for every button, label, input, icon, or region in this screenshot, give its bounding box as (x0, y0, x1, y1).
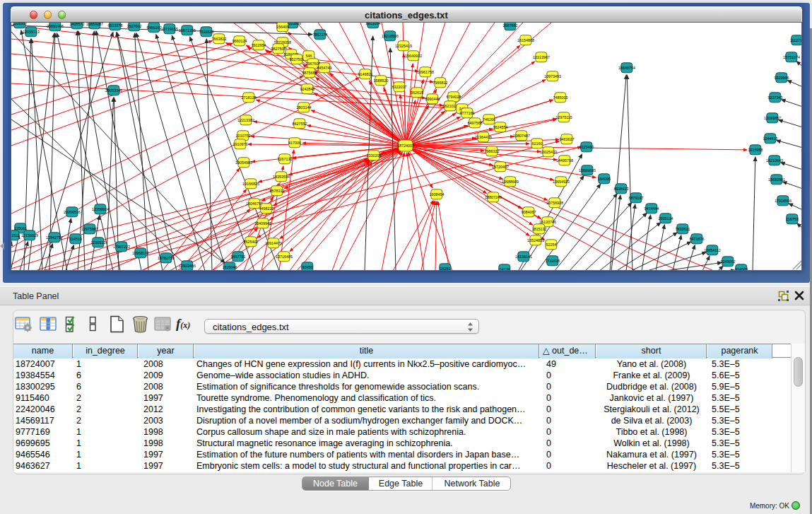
svg-text:10973493: 10973493 (544, 74, 561, 78)
svg-text:10807487: 10807487 (513, 134, 530, 138)
svg-text:12325419: 12325419 (395, 44, 412, 48)
svg-text:17957223: 17957223 (113, 245, 130, 249)
svg-text:135061: 135061 (14, 226, 27, 230)
svg-text:15640910: 15640910 (405, 54, 422, 58)
svg-text:1588520: 1588520 (374, 78, 389, 83)
svg-text:1733426: 1733426 (546, 259, 560, 263)
svg-text:12359924: 12359924 (92, 207, 109, 211)
svg-text:6466160: 6466160 (147, 25, 162, 30)
svg-text:8471676: 8471676 (690, 237, 705, 241)
svg-text:116753: 116753 (786, 217, 799, 221)
svg-text:8578312: 8578312 (270, 189, 285, 193)
svg-text:9242848: 9242848 (300, 87, 315, 91)
svg-text:8454749: 8454749 (317, 66, 332, 70)
svg-text:10654112: 10654112 (704, 248, 721, 252)
svg-text:15720407: 15720407 (492, 165, 509, 169)
svg-text:2718126: 2718126 (242, 95, 257, 100)
svg-text:2935134: 2935134 (659, 216, 673, 221)
svg-text:3912954: 3912954 (252, 43, 266, 47)
svg-text:7632621: 7632621 (676, 227, 690, 231)
svg-text:1244415: 1244415 (763, 136, 778, 141)
svg-text:924505: 924505 (735, 267, 748, 270)
svg-text:1010753: 1010753 (236, 134, 251, 138)
svg-text:62160: 62160 (532, 141, 543, 146)
svg-text:6513278: 6513278 (108, 23, 123, 28)
svg-text:1405572: 1405572 (70, 23, 85, 26)
svg-text:4498222: 4498222 (259, 206, 274, 211)
svg-text:546: 546 (306, 54, 312, 58)
svg-text:9660124: 9660124 (233, 39, 247, 43)
svg-text:7625402: 7625402 (244, 240, 259, 244)
svg-text:8813054: 8813054 (366, 23, 381, 25)
svg-text:14136: 14136 (500, 267, 510, 270)
svg-text:1938454: 1938454 (430, 192, 445, 197)
svg-text:10958177: 10958177 (132, 251, 149, 255)
svg-text:1250513: 1250513 (91, 240, 106, 245)
svg-text:9115460: 9115460 (579, 145, 594, 149)
svg-text:19218506: 19218506 (382, 34, 399, 38)
svg-text:8938923: 8938923 (614, 187, 629, 191)
svg-text:8427552: 8427552 (293, 122, 307, 126)
svg-text:3215958: 3215958 (748, 148, 763, 152)
svg-text:14136141: 14136141 (515, 255, 532, 259)
svg-text:12055713: 12055713 (23, 30, 40, 34)
svg-text:16782759: 16782759 (158, 256, 175, 260)
svg-text:7515526: 7515526 (199, 30, 214, 34)
svg-text:12942757: 12942757 (46, 235, 63, 240)
svg-text:15692901: 15692901 (768, 177, 785, 182)
svg-text:18807249: 18807249 (485, 195, 502, 199)
svg-text:6794028: 6794028 (447, 95, 461, 99)
svg-text:391511: 391511 (11, 233, 20, 238)
svg-text:1910973: 1910973 (233, 142, 248, 146)
svg-text:20691406: 20691406 (47, 24, 64, 28)
svg-text:21364436: 21364436 (475, 135, 492, 139)
svg-text:10025433: 10025433 (540, 150, 557, 154)
svg-text:362615: 362615 (411, 90, 423, 95)
svg-text:9227343: 9227343 (768, 95, 783, 100)
svg-text:15409948: 15409948 (254, 221, 271, 226)
svg-text:52254: 52254 (546, 243, 557, 247)
svg-text:114519: 114519 (69, 237, 82, 241)
svg-text:10689695: 10689695 (579, 168, 596, 173)
svg-text:13716485: 13716485 (276, 255, 293, 259)
svg-text:6322037: 6322037 (392, 85, 407, 89)
svg-text:16914479: 16914479 (265, 241, 282, 245)
svg-text:9827505: 9827505 (271, 47, 286, 51)
svg-text:12213382: 12213382 (237, 118, 254, 122)
svg-text:10756928: 10756928 (546, 201, 563, 205)
svg-text:1815132: 1815132 (532, 227, 547, 231)
svg-text:8990444: 8990444 (425, 97, 440, 101)
svg-text:12975887: 12975887 (81, 227, 98, 231)
svg-text:2330203: 2330203 (367, 153, 382, 158)
svg-text:10961758: 10961758 (417, 70, 434, 74)
svg-text:13654923: 13654923 (553, 180, 570, 184)
svg-text:2687682: 2687682 (503, 23, 518, 28)
svg-text:92450: 92450 (302, 265, 313, 269)
svg-text:9463627: 9463627 (560, 137, 575, 141)
svg-text:12975115: 12975115 (555, 115, 572, 119)
svg-text:9474444: 9474444 (645, 206, 659, 211)
svg-text:16648754: 16648754 (618, 66, 635, 70)
svg-text:16046795: 16046795 (246, 201, 263, 206)
svg-text:3624554: 3624554 (493, 125, 508, 129)
svg-text:16281: 16281 (440, 267, 451, 270)
svg-text:12093857: 12093857 (764, 116, 781, 120)
svg-text:6879197: 6879197 (629, 196, 644, 200)
svg-text:16210643: 16210643 (766, 158, 783, 163)
svg-text:9084067: 9084067 (522, 210, 536, 214)
svg-text:3267130: 3267130 (278, 157, 293, 161)
svg-text:9777169: 9777169 (460, 111, 475, 115)
svg-text:5875685: 5875685 (302, 71, 317, 75)
svg-text:12156829: 12156829 (21, 233, 38, 238)
svg-text:1629346: 1629346 (223, 265, 237, 269)
svg-text:12213967: 12213967 (533, 55, 550, 59)
svg-text:10653287: 10653287 (86, 23, 103, 26)
svg-text:17016504: 17016504 (775, 199, 792, 203)
svg-text:164095: 164095 (598, 177, 611, 181)
svg-text:9146821: 9146821 (358, 72, 373, 76)
svg-text:9457791: 9457791 (231, 255, 246, 259)
svg-text:12923466: 12923466 (179, 264, 196, 268)
svg-text:2803144: 2803144 (297, 105, 312, 110)
svg-text:10719155: 10719155 (161, 27, 178, 31)
svg-text:10688609: 10688609 (502, 180, 519, 184)
